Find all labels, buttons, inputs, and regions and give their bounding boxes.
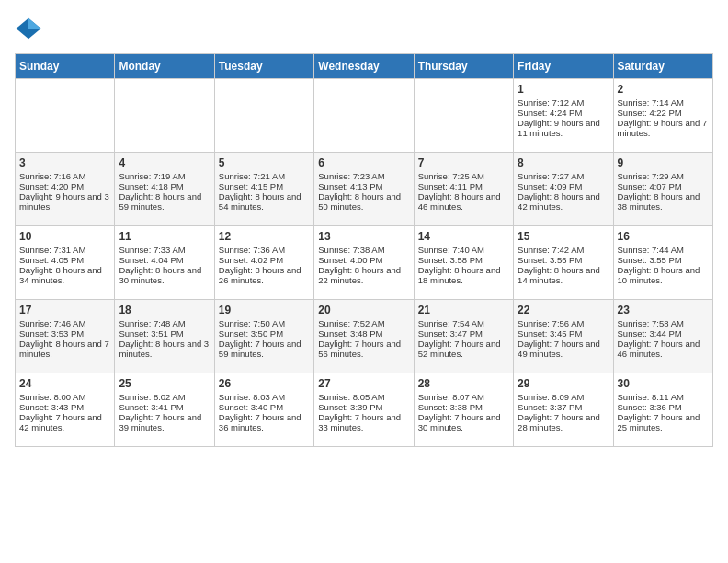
day-number: 23 <box>618 304 709 316</box>
calendar-cell: 12Sunrise: 7:36 AMSunset: 4:02 PMDayligh… <box>214 226 313 300</box>
calendar-cell <box>16 79 115 153</box>
day-info-line: Sunset: 3:40 PM <box>219 402 310 412</box>
day-info-line: Sunrise: 8:00 AM <box>19 392 110 402</box>
day-info-line: Sunrise: 8:11 AM <box>618 392 709 402</box>
calendar-cell: 16Sunrise: 7:44 AMSunset: 3:55 PMDayligh… <box>613 226 712 300</box>
calendar-cell: 6Sunrise: 7:23 AMSunset: 4:13 PMDaylight… <box>314 153 414 226</box>
day-info-line: Daylight: 8 hours and 59 minutes. <box>119 191 210 212</box>
day-number: 8 <box>518 156 609 169</box>
calendar-table: SundayMondayTuesdayWednesdayThursdayFrid… <box>15 53 713 447</box>
calendar-cell: 8Sunrise: 7:27 AMSunset: 4:09 PMDaylight… <box>514 153 613 226</box>
calendar-cell: 22Sunrise: 7:56 AMSunset: 3:45 PMDayligh… <box>514 300 613 373</box>
day-info-line: Daylight: 8 hours and 26 minutes. <box>219 265 310 285</box>
day-info-line: Sunrise: 7:16 AM <box>19 171 110 181</box>
day-info-line: Daylight: 8 hours and 46 minutes. <box>418 191 509 212</box>
week-row-2: 3Sunrise: 7:16 AMSunset: 4:20 PMDaylight… <box>16 153 713 226</box>
day-info-line: Sunset: 3:36 PM <box>618 402 709 412</box>
day-info-line: Sunset: 4:20 PM <box>19 181 110 191</box>
day-info-line: Daylight: 7 hours and 42 minutes. <box>19 412 110 432</box>
calendar-cell: 28Sunrise: 8:07 AMSunset: 3:38 PMDayligh… <box>414 373 513 447</box>
calendar-cell: 7Sunrise: 7:25 AMSunset: 4:11 PMDaylight… <box>414 153 513 226</box>
day-info-line: Daylight: 8 hours and 54 minutes. <box>219 191 310 212</box>
calendar-body: 1Sunrise: 7:12 AMSunset: 4:24 PMDaylight… <box>16 79 713 447</box>
day-number: 7 <box>418 156 509 169</box>
day-info-line: Daylight: 7 hours and 36 minutes. <box>219 412 310 432</box>
day-info-line: Sunset: 3:43 PM <box>19 402 110 412</box>
day-info-line: Daylight: 8 hours and 34 minutes. <box>19 265 110 285</box>
day-number: 25 <box>119 377 210 390</box>
calendar-cell <box>214 79 313 153</box>
day-number: 22 <box>518 304 609 316</box>
day-number: 30 <box>618 377 709 390</box>
day-info-line: Daylight: 7 hours and 30 minutes. <box>418 412 509 432</box>
calendar-cell: 2Sunrise: 7:14 AMSunset: 4:22 PMDaylight… <box>613 79 712 153</box>
day-info-line: Sunset: 3:41 PM <box>119 402 210 412</box>
calendar-cell: 3Sunrise: 7:16 AMSunset: 4:20 PMDaylight… <box>16 153 115 226</box>
day-info-line: Sunset: 4:07 PM <box>618 181 709 191</box>
day-info-line: Sunset: 3:45 PM <box>518 328 609 339</box>
day-info-line: Sunset: 3:56 PM <box>518 255 609 265</box>
day-info-line: Daylight: 7 hours and 25 minutes. <box>618 412 709 432</box>
col-header-thursday: Thursday <box>414 54 513 79</box>
day-info-line: Sunrise: 7:12 AM <box>518 98 609 108</box>
calendar-cell: 5Sunrise: 7:21 AMSunset: 4:15 PMDaylight… <box>214 153 313 226</box>
day-info-line: Sunrise: 8:05 AM <box>318 392 409 402</box>
day-info-line: Sunrise: 7:44 AM <box>618 245 709 255</box>
day-info-line: Daylight: 8 hours and 3 minutes. <box>119 339 210 359</box>
day-info-line: Daylight: 7 hours and 52 minutes. <box>418 339 509 359</box>
calendar-cell: 15Sunrise: 7:42 AMSunset: 3:56 PMDayligh… <box>514 226 613 300</box>
day-info-line: Daylight: 8 hours and 18 minutes. <box>418 265 509 285</box>
day-info-line: Sunset: 3:51 PM <box>119 328 210 339</box>
day-number: 6 <box>318 156 409 169</box>
calendar-cell: 4Sunrise: 7:19 AMSunset: 4:18 PMDaylight… <box>115 153 214 226</box>
logo-icon <box>15 15 42 42</box>
calendar-cell: 20Sunrise: 7:52 AMSunset: 3:48 PMDayligh… <box>314 300 414 373</box>
header <box>15 15 713 42</box>
calendar-cell: 26Sunrise: 8:03 AMSunset: 3:40 PMDayligh… <box>214 373 313 447</box>
calendar-cell: 30Sunrise: 8:11 AMSunset: 3:36 PMDayligh… <box>613 373 712 447</box>
day-info-line: Daylight: 9 hours and 3 minutes. <box>19 191 110 212</box>
calendar-cell: 10Sunrise: 7:31 AMSunset: 4:05 PMDayligh… <box>16 226 115 300</box>
day-info-line: Sunset: 4:18 PM <box>119 181 210 191</box>
day-info-line: Sunset: 4:13 PM <box>318 181 409 191</box>
day-info-line: Daylight: 8 hours and 50 minutes. <box>318 191 409 212</box>
day-number: 15 <box>518 230 609 243</box>
day-info-line: Sunset: 3:50 PM <box>219 328 310 339</box>
day-info-line: Sunset: 3:39 PM <box>318 402 409 412</box>
day-info-line: Daylight: 8 hours and 38 minutes. <box>618 191 709 212</box>
day-info-line: Sunset: 4:00 PM <box>318 255 409 265</box>
day-info-line: Daylight: 8 hours and 42 minutes. <box>518 191 609 212</box>
day-number: 12 <box>219 230 310 243</box>
calendar-cell: 18Sunrise: 7:48 AMSunset: 3:51 PMDayligh… <box>115 300 214 373</box>
calendar-cell: 27Sunrise: 8:05 AMSunset: 3:39 PMDayligh… <box>314 373 414 447</box>
day-number: 24 <box>19 377 110 390</box>
calendar-cell: 1Sunrise: 7:12 AMSunset: 4:24 PMDaylight… <box>514 79 613 153</box>
day-info-line: Sunrise: 7:14 AM <box>618 98 709 108</box>
day-number: 28 <box>418 377 509 390</box>
col-header-saturday: Saturday <box>613 54 712 79</box>
calendar-cell: 17Sunrise: 7:46 AMSunset: 3:53 PMDayligh… <box>16 300 115 373</box>
day-info-line: Sunrise: 7:25 AM <box>418 171 509 181</box>
day-number: 4 <box>119 156 210 169</box>
day-info-line: Sunset: 3:44 PM <box>618 328 709 339</box>
day-info-line: Daylight: 7 hours and 33 minutes. <box>318 412 409 432</box>
day-info-line: Sunset: 3:37 PM <box>518 402 609 412</box>
calendar-header-row: SundayMondayTuesdayWednesdayThursdayFrid… <box>16 54 713 79</box>
day-info-line: Sunset: 4:22 PM <box>618 108 709 118</box>
day-info-line: Sunrise: 7:19 AM <box>119 171 210 181</box>
calendar-cell: 23Sunrise: 7:58 AMSunset: 3:44 PMDayligh… <box>613 300 712 373</box>
day-info-line: Sunrise: 7:27 AM <box>518 171 609 181</box>
day-info-line: Sunset: 3:55 PM <box>618 255 709 265</box>
day-number: 17 <box>19 304 110 316</box>
col-header-friday: Friday <box>514 54 613 79</box>
day-info-line: Sunrise: 7:48 AM <box>119 318 210 328</box>
day-info-line: Sunrise: 7:56 AM <box>518 318 609 328</box>
calendar-cell: 24Sunrise: 8:00 AMSunset: 3:43 PMDayligh… <box>16 373 115 447</box>
day-info-line: Sunrise: 7:23 AM <box>318 171 409 181</box>
day-info-line: Sunrise: 7:38 AM <box>318 245 409 255</box>
day-info-line: Sunrise: 7:29 AM <box>618 171 709 181</box>
day-info-line: Daylight: 8 hours and 22 minutes. <box>318 265 409 285</box>
week-row-3: 10Sunrise: 7:31 AMSunset: 4:05 PMDayligh… <box>16 226 713 300</box>
day-info-line: Sunrise: 8:02 AM <box>119 392 210 402</box>
day-info-line: Sunset: 4:09 PM <box>518 181 609 191</box>
